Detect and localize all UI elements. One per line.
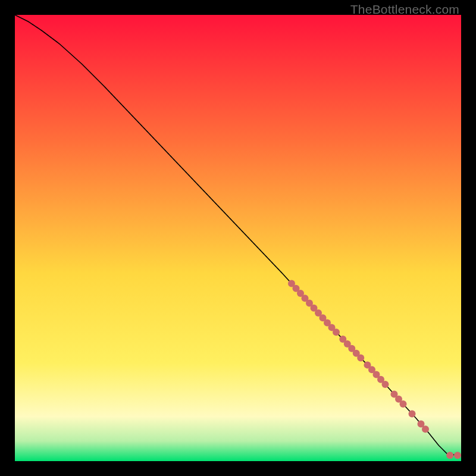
curve-marker [409, 411, 416, 418]
chart-stage: TheBottleneck.com [0, 0, 476, 476]
curve-marker [333, 328, 340, 336]
curve-marker [422, 425, 429, 433]
curve-marker [400, 400, 407, 408]
chart-plot [15, 15, 461, 461]
curve-marker [357, 355, 364, 362]
curve-marker [446, 452, 453, 459]
curve-marker [454, 452, 461, 459]
curve-marker [382, 381, 389, 388]
watermark-text: TheBottleneck.com [350, 2, 459, 17]
